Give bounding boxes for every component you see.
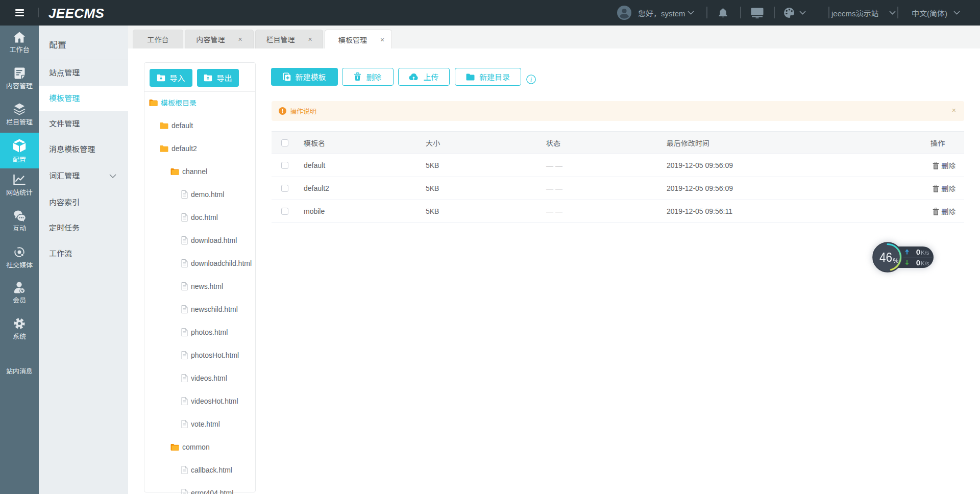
- svg-text:i: i: [530, 76, 532, 83]
- svg-text:0: 0: [916, 248, 920, 256]
- svg-text:0: 0: [916, 258, 920, 267]
- svg-text:K/s: K/s: [921, 260, 929, 266]
- svg-text:46: 46: [879, 250, 892, 265]
- svg-text:%: %: [893, 257, 899, 264]
- svg-text:K/s: K/s: [921, 250, 929, 256]
